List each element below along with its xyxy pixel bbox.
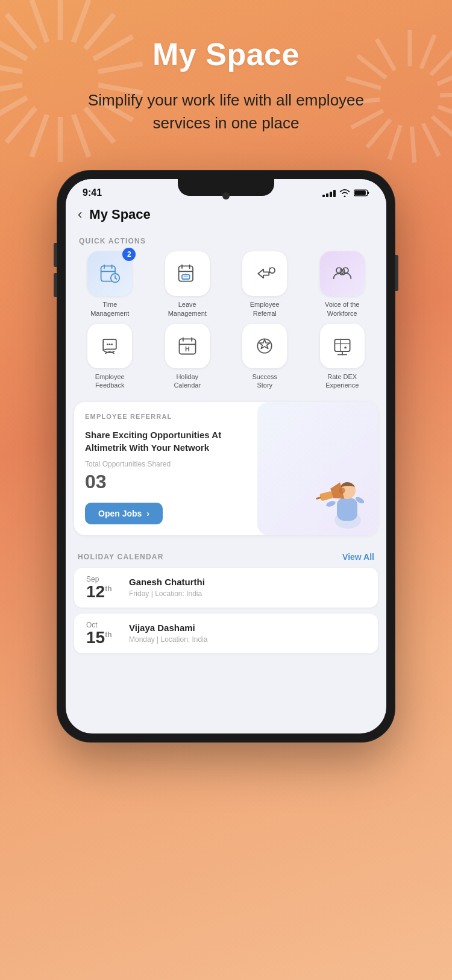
action-label-rate-dex: Rate DEXExperience [325, 372, 359, 390]
phone-notch [178, 179, 274, 196]
open-jobs-button[interactable]: Open Jobs › [85, 503, 163, 524]
signal-bar-3 [330, 192, 332, 197]
wifi-icon [339, 189, 350, 197]
svg-point-60 [111, 344, 113, 345]
phone-screen: 9:41 [66, 179, 386, 733]
holiday-meta-vijaya: Monday | Location: India [129, 635, 208, 644]
svg-line-80 [317, 497, 321, 498]
holiday-name-vijaya: Vijaya Dashami [129, 623, 208, 633]
signal-bars-icon [322, 189, 336, 197]
status-time: 9:41 [83, 187, 102, 198]
back-button[interactable]: ‹ [78, 207, 82, 222]
volume-button-1 [54, 243, 57, 267]
success-story-icon [254, 335, 275, 357]
svg-point-59 [109, 344, 111, 345]
action-icon-box-voice-of-workforce [320, 251, 365, 296]
action-item-leave-management[interactable]: LeaveManagement [152, 251, 224, 318]
open-jobs-label: Open Jobs [98, 509, 142, 518]
holiday-item-ganesh-chaturthi: Sep 12th Ganesh Chaturthi Friday | Locat… [74, 568, 378, 608]
action-icon-box-leave-management [165, 251, 210, 296]
nav-header: ‹ My Space [66, 202, 386, 230]
page-subtitle: Simplify your work life with all employe… [69, 89, 383, 134]
time-management-icon [99, 263, 121, 284]
svg-point-58 [107, 344, 108, 345]
action-item-time-management[interactable]: 2 TimeManagement [74, 251, 146, 318]
action-label-voice-of-workforce: Voice of theWorkforce [325, 300, 360, 318]
employee-referral-section: EMPLOYEE REFERRAL Share Exciting Opportu… [74, 402, 378, 535]
svg-rect-35 [354, 191, 366, 195]
svg-point-54 [336, 268, 342, 273]
voice-of-workforce-icon [331, 263, 353, 284]
holiday-calendar-section-header: HOLIDAY CALENDAR View All [66, 544, 386, 568]
action-icon-box-success-story [242, 324, 287, 368]
action-label-leave-management: LeaveManagement [168, 300, 207, 318]
quick-actions-label: QUICK ACTIONS [66, 230, 386, 251]
svg-rect-78 [319, 491, 333, 501]
volume-button-2 [54, 273, 57, 297]
page-title: My Space [0, 36, 452, 72]
header-section: My Space Simplify your work life with al… [0, 0, 452, 152]
action-item-success-story[interactable]: SuccessStory [229, 324, 301, 390]
signal-bar-1 [322, 195, 325, 197]
phone-camera [222, 192, 230, 199]
action-item-holiday-calendar[interactable]: H HolidayCalendar [152, 324, 224, 390]
action-label-time-management: TimeManagement [90, 300, 129, 318]
view-all-button[interactable]: View All [342, 552, 374, 562]
svg-point-75 [325, 500, 336, 507]
holiday-date-oct15: Oct 15th [86, 621, 119, 646]
action-item-voice-of-workforce[interactable]: Voice of theWorkforce [307, 251, 378, 318]
holiday-info-vijaya: Vijaya Dashami Monday | Location: India [129, 623, 208, 644]
svg-text:H: H [185, 345, 190, 353]
signal-bar-4 [333, 190, 336, 197]
holiday-item-vijaya-dashami: Oct 15th Vijaya Dashami Monday | Locatio… [74, 614, 378, 653]
action-label-holiday-calendar: HolidayCalendar [174, 372, 201, 390]
action-icon-box-time-management: 2 [87, 251, 132, 296]
power-button [395, 255, 398, 291]
action-item-rate-dex[interactable]: ★ Rate DEXExperience [307, 324, 378, 390]
megaphone-illustration [306, 463, 372, 529]
holiday-date-sep12: Sep 12th [86, 575, 119, 600]
action-item-employee-feedback[interactable]: EmployeeFeedback [74, 324, 146, 390]
referral-title: Share Exciting Opportunities At Altimetr… [85, 429, 230, 454]
svg-text:★: ★ [343, 345, 347, 350]
action-icon-box-employee-feedback [87, 324, 132, 368]
action-label-employee-feedback: EmployeeFeedback [95, 372, 125, 390]
holiday-suffix-th: th [105, 584, 111, 592]
leave-management-icon [177, 263, 198, 284]
svg-point-55 [343, 268, 348, 273]
open-jobs-arrow: › [146, 509, 149, 518]
svg-rect-67 [334, 339, 350, 351]
employee-referral-icon [254, 263, 275, 284]
svg-rect-36 [368, 192, 369, 194]
action-label-employee-referral: EmployeeReferral [250, 300, 280, 318]
holiday-name-ganesh: Ganesh Chaturthi [129, 577, 205, 587]
employee-feedback-icon [99, 335, 121, 357]
action-icon-box-rate-dex: ★ [320, 324, 365, 368]
svg-point-66 [258, 339, 272, 353]
phone-frame: 9:41 [57, 171, 395, 742]
holiday-info-ganesh: Ganesh Chaturthi Friday | Location: Indi… [129, 577, 205, 598]
action-label-success-story: SuccessStory [252, 372, 277, 390]
holiday-suffix-th2: th [105, 630, 111, 638]
battery-icon [354, 189, 369, 197]
nav-title: My Space [89, 207, 151, 222]
status-icons [322, 189, 369, 197]
phone-mockup: 9:41 [57, 171, 395, 742]
action-icon-box-holiday-calendar: H [165, 324, 210, 368]
holiday-calendar-label: HOLIDAY CALENDAR [78, 553, 164, 561]
quick-actions-grid: 2 TimeManagement [66, 251, 386, 398]
holiday-calendar-icon: H [177, 335, 198, 357]
signal-bar-2 [326, 193, 328, 197]
megaphone-svg [306, 463, 372, 529]
content-area: QUICK ACTIONS 2 [66, 230, 386, 671]
rate-dex-icon: ★ [331, 335, 353, 357]
action-item-employee-referral[interactable]: EmployeeReferral [229, 251, 301, 318]
holiday-day-15: 15th [86, 629, 119, 646]
svg-rect-74 [337, 498, 357, 521]
action-icon-box-employee-referral [242, 251, 287, 296]
holiday-meta-ganesh: Friday | Location: India [129, 589, 205, 598]
holiday-day-12: 12th [86, 583, 119, 600]
badge-time-management: 2 [122, 248, 136, 261]
